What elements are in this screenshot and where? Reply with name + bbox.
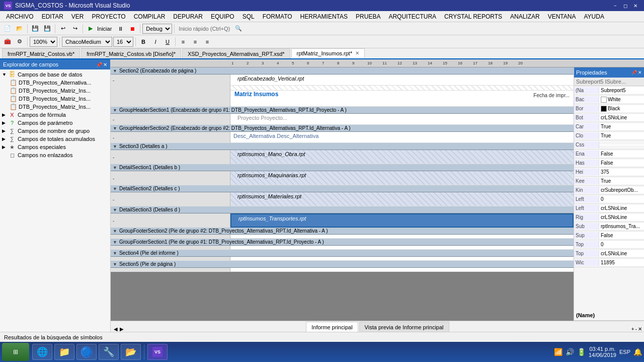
taskbar-clock[interactable]: 03:41 p.m. 14/06/2019 [589,346,616,358]
row-materiales-content[interactable]: rptInsumos_Materiales.rpt [230,192,574,206]
menu-crystal[interactable]: CRYSTAL REPORTS [440,12,506,21]
prop-pin-icon[interactable]: 📌 [631,70,637,75]
taskbar-ie[interactable]: 🌐 [32,344,52,360]
menu-sql[interactable]: SQL [238,12,259,21]
menu-ventana[interactable]: VENTANA [544,12,580,21]
collapse-s4[interactable]: ▼ [113,251,117,256]
sidebar-item-dtb1[interactable]: 📋 DTB_Proyectos_Alternativa... [1,79,109,87]
row-maquinarias-content[interactable]: rptInsumos_Maquinarias.rpt [230,171,574,185]
menu-herramientas[interactable]: HERRAMIENTAS [296,12,352,21]
save-btn[interactable]: 💾 [30,23,41,34]
font-select[interactable]: ChacoMedium [62,37,112,47]
sound-icon[interactable]: 🔊 [566,348,574,356]
italic-btn[interactable]: I [150,36,161,47]
save-all-btn[interactable]: 💾 [42,23,53,34]
menu-archivo[interactable]: ARCHIVO [2,12,38,21]
wifi-icon[interactable]: 📶 [554,348,562,356]
menu-depurar[interactable]: DEPURAR [169,12,207,21]
sidebar-pin-icon[interactable]: 📌 [96,62,102,67]
collapse-gh2[interactable]: ▼ [113,126,117,131]
zoom-in-icon[interactable]: + [631,326,634,332]
battery-icon[interactable]: 🔋 [577,348,586,356]
collapse-ds2[interactable]: ▼ [113,186,117,191]
taskbar-vs[interactable]: VS [147,344,168,360]
menu-equipo[interactable]: EQUIPO [207,12,238,21]
taskbar-tools[interactable]: 🔧 [99,344,119,360]
collapse-ds1[interactable]: ▼ [113,165,117,170]
tab-close-icon[interactable]: ✕ [355,50,359,56]
menu-formato[interactable]: FORMATO [259,12,296,21]
taskbar-chrome[interactable]: 🔵 [76,344,97,360]
row-title-content[interactable]: Matriz Insumos Fecha de impr... [230,91,574,107]
settings-btn[interactable]: ⚙ [14,36,25,47]
size-select[interactable]: 16 [113,37,133,47]
report-canvas[interactable]: ▼ Section2 (Encabezado de página ) - rpt… [111,67,574,321]
underline-btn[interactable]: U [162,36,173,47]
menu-prueba[interactable]: PRUEBA [352,12,384,21]
search-btn[interactable]: 🔍 [233,23,244,34]
collapse-icon[interactable]: ▼ [113,68,117,74]
debug-config-select[interactable]: Debug [142,24,172,34]
row-s5-content[interactable] [230,268,574,272]
start-button[interactable]: ⊞ [2,343,29,361]
restore-button[interactable]: ◻ [621,1,630,10]
row-content-encabezado[interactable]: rptEncabezado_Vertical.rpt [230,75,574,86]
sidebar-item-no-enlazados[interactable]: ◻ Campos no enlazados [1,151,109,159]
bottom-tab-main[interactable]: Informe principal [306,322,358,332]
zoom-out-icon[interactable]: - [635,326,637,332]
sidebar-close-icon[interactable]: ✕ [103,62,107,67]
bottom-tab-preview[interactable]: Vista previa de Informe principal [359,322,449,332]
open-btn[interactable]: 📂 [14,23,25,34]
taskbar-files[interactable]: 📁 [54,344,74,360]
tab-2[interactable]: XSD_Proyectos_Alternativas_RPT.xsd* [182,48,290,58]
row-mano-obra-content[interactable]: rptInsumos_Mano_Obra.rpt [230,150,574,164]
bold-btn[interactable]: B [138,36,149,47]
collapse-gf1[interactable]: ▼ [113,240,117,245]
row-proyecto-content[interactable]: Proyecto Proyecto... [230,114,574,125]
menu-ver[interactable]: VER [67,12,88,21]
start-btn[interactable]: ▶ [85,23,96,34]
menu-ayuda[interactable]: AYUDA [580,12,608,21]
sidebar-item-dtb4[interactable]: 📋 DTB_Proyectos_Matriz_Ins... [1,103,109,111]
taskbar-folder[interactable]: 📂 [121,344,141,360]
row-s4-content[interactable] [230,257,574,261]
menu-compilar[interactable]: COMPILAR [130,12,170,21]
toolbox-btn[interactable]: 🧰 [2,36,13,47]
undo-btn[interactable]: ↩ [57,23,68,34]
collapse-s3[interactable]: ▼ [113,144,117,149]
row-gf1-content[interactable] [230,246,574,250]
sidebar-item-dtb3[interactable]: 📋 DTB_Proyectos_Matriz_Ins... [1,95,109,103]
close-pane-icon[interactable]: ✕ [638,326,642,332]
sidebar-item-especiales[interactable]: ▶ ★ Campos especiales [1,143,109,151]
tab-1[interactable]: frmRPT_Matriz_Costos.vb [Diseño]* [81,48,181,58]
row-transportes-content[interactable]: rptInsumos_Transportes.rpt [230,213,574,228]
row-alt-content[interactable]: Desc_Alternativa Desc_Alternativa [230,132,574,143]
collapse-gh1[interactable]: ▼ [113,108,117,113]
notifications-icon[interactable]: 🔔 [633,348,642,356]
prop-close-icon[interactable]: ✕ [638,70,642,75]
close-button[interactable]: ✕ [631,1,640,10]
sidebar-item-param[interactable]: ▶ ? Campos de parámetro [1,119,109,127]
sidebar-item-campos-base[interactable]: ▼ 🗄 Campos de base de datos [1,70,109,79]
sidebar-item-nombre-grupo[interactable]: ▶ ∑ Campos de nombre de grupo [1,127,109,135]
menu-analizar[interactable]: ANALIZAR [506,12,544,21]
tab-0[interactable]: frmRPT_Matriz_Costos.vb* [2,48,80,58]
menu-proyecto[interactable]: PROYECTO [88,12,130,21]
menu-editar[interactable]: EDITAR [38,12,67,21]
stop-btn[interactable]: ⏹ [127,23,138,34]
minimize-button[interactable]: − [611,1,620,10]
sidebar-item-totales[interactable]: ▶ ∑ Campos de totales acumulados [1,135,109,143]
new-project-btn[interactable]: 📄 [2,23,13,34]
collapse-s5[interactable]: ▼ [113,262,117,267]
tab-3[interactable]: rptMatriz_Insumos.rpt* ✕ [291,48,365,58]
align-center-btn[interactable]: ≡ [190,36,201,47]
redo-btn[interactable]: ↪ [69,23,80,34]
nav-right-icon[interactable]: ▶ [119,326,125,332]
row-gf2-content[interactable] [230,235,574,239]
collapse-ds3[interactable]: ▼ [113,207,117,212]
sidebar-item-formula[interactable]: ▶ X Campos de fórmula [1,111,109,119]
pause-btn[interactable]: ⏸ [115,23,126,34]
collapse-gf2[interactable]: ▼ [113,229,117,234]
align-left-btn[interactable]: ≡ [178,36,189,47]
nav-left-icon[interactable]: ◀ [113,326,119,332]
